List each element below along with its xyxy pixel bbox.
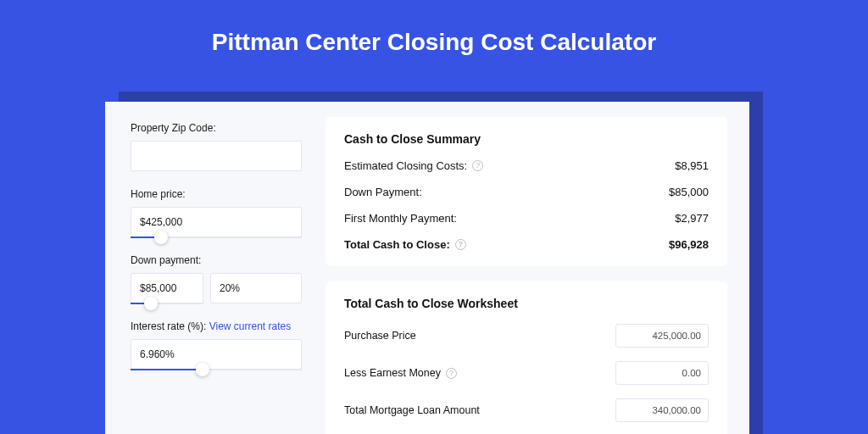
summary-row-closing-costs: Estimated Closing Costs: ? $8,951 [344, 159, 709, 172]
slider-fill [131, 369, 203, 370]
row-label-text: Down Payment: [344, 186, 422, 198]
down-payment-slider[interactable] [131, 273, 203, 303]
interest-rate-input[interactable] [131, 339, 302, 370]
help-icon[interactable]: ? [446, 368, 457, 379]
row-label-text: First Monthly Payment: [344, 212, 457, 225]
row-value: $2,977 [675, 212, 709, 225]
ws-input[interactable] [615, 361, 709, 385]
summary-title: Cash to Close Summary [344, 132, 709, 146]
row-value: $8,951 [675, 159, 709, 172]
interest-rate-slider[interactable] [131, 339, 302, 370]
page-title: Pittman Center Closing Cost Calculator [0, 0, 868, 78]
home-price-field: Home price: [131, 188, 302, 237]
help-icon[interactable]: ? [455, 239, 466, 250]
ws-label-text: Less Earnest Money [344, 367, 441, 379]
interest-rate-label-text: Interest rate (%): [131, 320, 209, 332]
row-value: $85,000 [669, 186, 709, 198]
worksheet-title: Total Cash to Close Worksheet [344, 297, 709, 310]
home-price-slider[interactable] [131, 207, 302, 237]
worksheet-row-mortgage-amount: Total Mortgage Loan Amount [344, 398, 709, 422]
down-payment-field: Down payment: [131, 254, 302, 303]
worksheet-card: Total Cash to Close Worksheet Purchase P… [326, 281, 727, 434]
ws-input[interactable] [615, 398, 709, 422]
ws-label-text: Total Mortgage Loan Amount [344, 404, 480, 416]
slider-thumb[interactable] [144, 297, 158, 310]
down-payment-input[interactable] [131, 273, 203, 303]
row-value: $96,928 [669, 238, 709, 251]
summary-row-total: Total Cash to Close: ? $96,928 [344, 238, 709, 251]
home-price-label: Home price: [131, 188, 302, 200]
zip-label: Property Zip Code: [131, 122, 302, 134]
slider-thumb[interactable] [154, 231, 168, 244]
interest-rate-label: Interest rate (%): View current rates [131, 320, 302, 332]
view-rates-link[interactable]: View current rates [209, 320, 292, 332]
zip-input[interactable] [131, 141, 302, 171]
inputs-column: Property Zip Code: Home price: Down paym… [105, 102, 317, 434]
summary-row-down-payment: Down Payment: $85,000 [344, 186, 709, 198]
summary-row-monthly-payment: First Monthly Payment: $2,977 [344, 212, 709, 225]
results-column: Cash to Close Summary Estimated Closing … [317, 102, 749, 434]
row-label-text: Total Cash to Close: [344, 238, 450, 251]
interest-rate-field: Interest rate (%): View current rates [131, 320, 302, 370]
down-payment-pct-input[interactable] [210, 273, 302, 303]
ws-input[interactable] [615, 324, 709, 348]
summary-card: Cash to Close Summary Estimated Closing … [326, 117, 727, 266]
slider-thumb[interactable] [196, 363, 209, 376]
down-payment-label: Down payment: [131, 254, 302, 266]
help-icon[interactable]: ? [472, 160, 483, 171]
worksheet-row-purchase-price: Purchase Price [344, 324, 709, 348]
zip-field: Property Zip Code: [131, 122, 302, 171]
row-label-text: Estimated Closing Costs: [344, 159, 467, 172]
ws-label-text: Purchase Price [344, 330, 416, 342]
calculator-panel: Property Zip Code: Home price: Down paym… [105, 102, 749, 434]
worksheet-row-earnest-money: Less Earnest Money ? [344, 361, 709, 385]
